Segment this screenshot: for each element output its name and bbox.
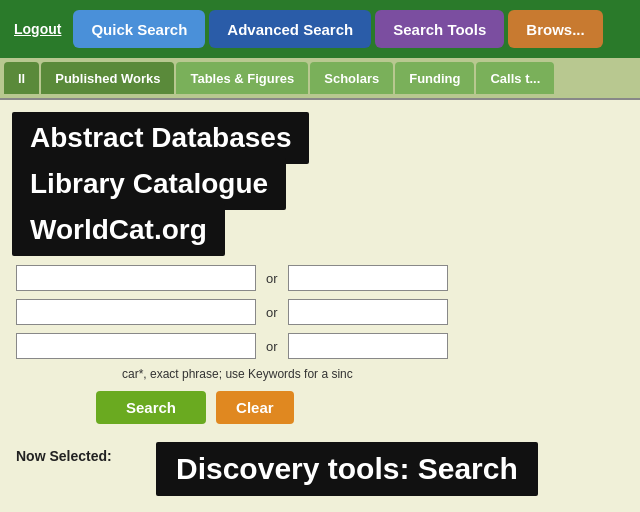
tab-all[interactable]: ll xyxy=(4,62,39,94)
search-tools-button[interactable]: Search Tools xyxy=(375,10,504,48)
search-row-1: or xyxy=(16,265,624,291)
search-input-2-right[interactable] xyxy=(288,299,448,325)
tab-published-works[interactable]: Published Works xyxy=(41,62,174,94)
now-selected-section: Now Selected: Discovery tools: Search Ch… xyxy=(16,442,624,512)
search-hint: car*, exact phrase; use Keywords for a s… xyxy=(16,367,624,381)
advanced-search-button[interactable]: Advanced Search xyxy=(209,10,371,48)
clear-button[interactable]: Clear xyxy=(216,391,294,424)
search-input-1-right[interactable] xyxy=(288,265,448,291)
search-input-3-right[interactable] xyxy=(288,333,448,359)
now-selected-label: Now Selected: xyxy=(16,448,136,464)
tab-scholars[interactable]: Scholars xyxy=(310,62,393,94)
search-row-2: or xyxy=(16,299,624,325)
quick-search-button[interactable]: Quick Search xyxy=(73,10,205,48)
search-input-1[interactable] xyxy=(16,265,256,291)
search-button[interactable]: Search xyxy=(96,391,206,424)
top-navigation: Logout Quick Search Advanced Search Sear… xyxy=(0,0,640,58)
search-input-2[interactable] xyxy=(16,299,256,325)
main-content: Abstract Databases Library Catalogue Wor… xyxy=(0,100,640,512)
discovery-tools-overlay[interactable]: Discovery tools: Search xyxy=(156,442,538,496)
browse-button[interactable]: Brows... xyxy=(508,10,602,48)
or-label-2: or xyxy=(266,305,278,320)
tab-tables-figures[interactable]: Tables & Figures xyxy=(176,62,308,94)
search-button-row: Search Clear xyxy=(16,391,624,424)
tab-calls[interactable]: Calls t... xyxy=(476,62,554,94)
or-label-1: or xyxy=(266,271,278,286)
search-input-3[interactable] xyxy=(16,333,256,359)
tab-funding[interactable]: Funding xyxy=(395,62,474,94)
search-fields-area: or or or car*, exact phrase; use Keyword… xyxy=(16,265,624,424)
secondary-navigation: ll Published Works Tables & Figures Scho… xyxy=(0,58,640,100)
or-label-3: or xyxy=(266,339,278,354)
worldcat-popup[interactable]: WorldCat.org xyxy=(12,204,225,256)
library-catalogue-popup[interactable]: Library Catalogue xyxy=(12,158,286,210)
logout-button[interactable]: Logout xyxy=(6,10,69,48)
abstract-databases-popup[interactable]: Abstract Databases xyxy=(12,112,309,164)
search-row-3: or xyxy=(16,333,624,359)
